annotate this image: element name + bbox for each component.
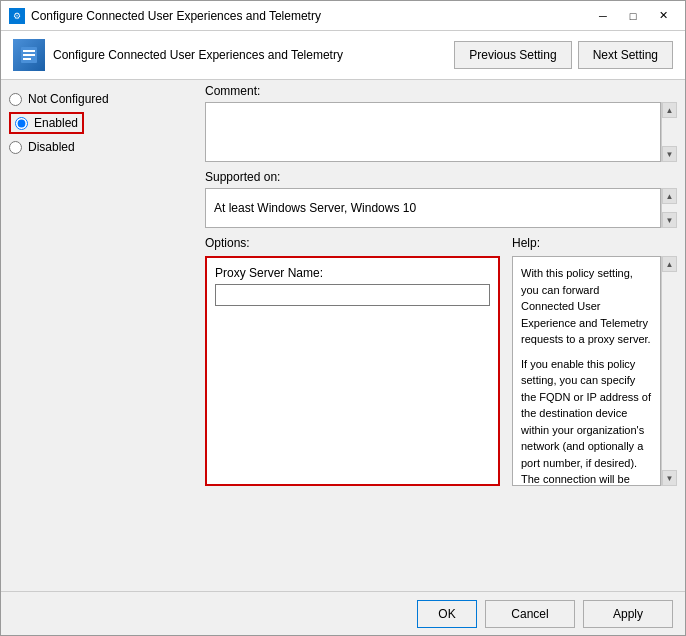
right-content: Comment: ▲ ▼ Supported on: At least Wind… (201, 80, 685, 591)
minimize-button[interactable]: ─ (589, 5, 617, 27)
help-scrollbar: ▲ ▼ (661, 256, 677, 486)
header-left: Configure Connected User Experiences and… (13, 39, 343, 71)
policy-icon (13, 39, 45, 71)
help-area: With this policy setting, you can forwar… (512, 256, 677, 591)
next-setting-button[interactable]: Next Setting (578, 41, 673, 69)
ok-button[interactable]: OK (417, 600, 477, 628)
options-column: Options: Proxy Server Name: (205, 236, 500, 591)
close-button[interactable]: ✕ (649, 5, 677, 27)
previous-setting-button[interactable]: Previous Setting (454, 41, 571, 69)
help-title: Help: (512, 236, 677, 250)
disabled-radio[interactable] (9, 141, 22, 154)
svg-rect-1 (23, 50, 35, 52)
proxy-server-label: Proxy Server Name: (215, 266, 490, 280)
title-bar-controls: ─ □ ✕ (589, 5, 677, 27)
scroll-up-arrow[interactable]: ▲ (662, 102, 677, 118)
options-box: Proxy Server Name: (205, 256, 500, 486)
svg-rect-2 (23, 54, 35, 56)
enabled-label: Enabled (34, 116, 78, 130)
header-buttons: Previous Setting Next Setting (454, 41, 673, 69)
scroll-track (662, 118, 677, 146)
help-para-1: With this policy setting, you can forwar… (521, 265, 652, 348)
apply-button[interactable]: Apply (583, 600, 673, 628)
supported-box: At least Windows Server, Windows 10 (205, 188, 661, 228)
header-title: Configure Connected User Experiences and… (53, 48, 343, 62)
enabled-radio[interactable] (15, 117, 28, 130)
main-window: ⚙ Configure Connected User Experiences a… (0, 0, 686, 636)
comment-scrollbar: ▲ ▼ (661, 102, 677, 162)
disabled-option[interactable]: Disabled (9, 140, 193, 154)
enabled-highlight: Enabled (9, 112, 84, 134)
help-scroll-up[interactable]: ▲ (662, 256, 677, 272)
two-col-section: Options: Proxy Server Name: Help: With t… (205, 236, 677, 591)
window-icon: ⚙ (9, 8, 25, 24)
maximize-button[interactable]: □ (619, 5, 647, 27)
title-bar-text: Configure Connected User Experiences and… (31, 9, 589, 23)
proxy-server-input[interactable] (215, 284, 490, 306)
disabled-label: Disabled (28, 140, 75, 154)
enabled-option[interactable]: Enabled (9, 112, 193, 134)
help-box: With this policy setting, you can forwar… (512, 256, 661, 486)
supported-value: At least Windows Server, Windows 10 (214, 201, 652, 215)
comment-section: Comment: ▲ ▼ (205, 84, 677, 162)
supported-label: Supported on: (205, 170, 677, 184)
comment-area: ▲ ▼ (205, 102, 677, 162)
help-para-2: If you enable this policy setting, you c… (521, 356, 652, 487)
left-panel: Not Configured Enabled Disabled (1, 80, 201, 591)
help-scroll-down[interactable]: ▼ (662, 470, 677, 486)
help-scroll-track (662, 272, 677, 470)
help-column: Help: With this policy setting, you can … (500, 236, 677, 591)
not-configured-label: Not Configured (28, 92, 109, 106)
not-configured-option[interactable]: Not Configured (9, 92, 193, 106)
supported-scroll-track (662, 204, 677, 212)
comment-label: Comment: (205, 84, 677, 98)
comment-textarea[interactable] (205, 102, 661, 162)
footer: OK Cancel Apply (1, 591, 685, 635)
supported-area: At least Windows Server, Windows 10 ▲ ▼ (205, 188, 677, 228)
supported-scrollbar: ▲ ▼ (661, 188, 677, 228)
scroll-down-arrow[interactable]: ▼ (662, 146, 677, 162)
options-title: Options: (205, 236, 500, 250)
supported-scroll-up[interactable]: ▲ (662, 188, 677, 204)
supported-section: Supported on: At least Windows Server, W… (205, 170, 677, 228)
radio-group: Not Configured Enabled Disabled (9, 92, 193, 154)
cancel-button[interactable]: Cancel (485, 600, 575, 628)
svg-rect-3 (23, 58, 31, 60)
not-configured-radio[interactable] (9, 93, 22, 106)
supported-scroll-down[interactable]: ▼ (662, 212, 677, 228)
header-bar: Configure Connected User Experiences and… (1, 31, 685, 80)
title-bar: ⚙ Configure Connected User Experiences a… (1, 1, 685, 31)
